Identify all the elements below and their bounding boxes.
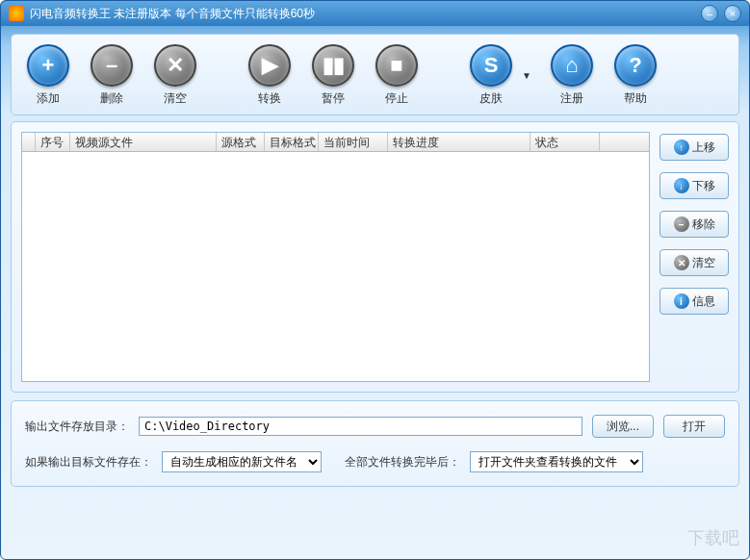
close-button[interactable]: ×	[724, 5, 741, 22]
x-icon: ✕	[674, 255, 689, 270]
minimize-button[interactable]: –	[701, 5, 718, 22]
col-blank[interactable]	[22, 133, 36, 151]
col-tail[interactable]	[600, 133, 649, 151]
move-down-button[interactable]: ↓ 下移	[659, 172, 729, 199]
register-button[interactable]: ⌂ 注册	[549, 44, 595, 107]
plus-icon: +	[27, 44, 69, 87]
output-dir-label: 输出文件存放目录：	[25, 419, 129, 435]
add-button[interactable]: + 添加	[25, 44, 71, 107]
minus-icon: –	[91, 44, 133, 87]
toolbar: + 添加 – 删除 ✕ 清空 ▶ 转换 ▮▮ 暂停 ■ 停止 S 皮肤 ▼	[11, 34, 739, 115]
pause-icon: ▮▮	[312, 44, 354, 87]
move-up-button[interactable]: ↑ 上移	[659, 134, 729, 161]
app-icon	[9, 6, 24, 21]
col-time[interactable]: 当前时间	[319, 133, 388, 151]
output-dir-input[interactable]	[139, 417, 582, 436]
clear-button[interactable]: ✕ 清空	[152, 44, 198, 107]
file-table[interactable]: 序号 视频源文件 源格式 目标格式 当前时间 转换进度 状态	[21, 132, 650, 382]
titlebar-text: 闪电音频转换王 未注册版本 每个音频文件只能转换60秒	[30, 6, 315, 22]
table-header: 序号 视频源文件 源格式 目标格式 当前时间 转换进度 状态	[22, 133, 649, 152]
help-icon: ?	[614, 44, 657, 87]
col-progress[interactable]: 转换进度	[388, 133, 530, 151]
arrow-down-icon: ↓	[674, 178, 689, 193]
exists-label: 如果输出目标文件存在：	[25, 454, 152, 471]
col-dstfmt[interactable]: 目标格式	[265, 133, 319, 151]
titlebar: 闪电音频转换王 未注册版本 每个音频文件只能转换60秒 – ×	[1, 1, 749, 26]
col-status[interactable]: 状态	[530, 133, 600, 151]
home-icon: ⌂	[551, 44, 593, 87]
col-srcfmt[interactable]: 源格式	[217, 133, 265, 151]
app-window: 闪电音频转换王 未注册版本 每个音频文件只能转换60秒 – × + 添加 – 删…	[0, 0, 750, 560]
col-index[interactable]: 序号	[36, 133, 70, 151]
arrow-up-icon: ↑	[674, 140, 689, 155]
remove-button[interactable]: – 删除	[89, 44, 135, 107]
remove-item-button[interactable]: – 移除	[659, 211, 729, 238]
side-buttons: ↑ 上移 ↓ 下移 – 移除 ✕ 清空 i 信息	[659, 132, 729, 382]
after-select[interactable]: 打开文件夹查看转换的文件	[470, 451, 643, 472]
browse-button[interactable]: 浏览...	[592, 415, 654, 438]
main-panel: 序号 视频源文件 源格式 目标格式 当前时间 转换进度 状态 ↑ 上移 ↓ 下移…	[11, 121, 739, 393]
clear-list-button[interactable]: ✕ 清空	[659, 249, 729, 276]
stop-icon: ■	[375, 44, 418, 87]
skin-dropdown-arrow[interactable]: ▼	[522, 70, 531, 81]
minus-icon: –	[674, 216, 689, 232]
open-button[interactable]: 打开	[663, 415, 725, 438]
exists-select[interactable]: 自动生成相应的新文件名	[162, 451, 322, 472]
options-row: 如果输出目标文件存在： 自动生成相应的新文件名 全部文件转换完毕后： 打开文件夹…	[25, 451, 725, 472]
after-label: 全部文件转换完毕后：	[345, 454, 460, 471]
output-dir-row: 输出文件存放目录： 浏览... 打开	[25, 415, 725, 438]
x-icon: ✕	[154, 44, 196, 87]
skin-button[interactable]: S 皮肤	[468, 44, 514, 107]
output-panel: 输出文件存放目录： 浏览... 打开 如果输出目标文件存在： 自动生成相应的新文…	[11, 400, 739, 487]
info-button[interactable]: i 信息	[659, 288, 729, 315]
play-icon: ▶	[248, 44, 291, 87]
watermark: 下载吧	[687, 526, 739, 549]
stop-button[interactable]: ■ 停止	[374, 44, 420, 107]
help-button[interactable]: ? 帮助	[612, 44, 659, 107]
window-controls: – ×	[701, 5, 741, 22]
pause-button[interactable]: ▮▮ 暂停	[310, 44, 356, 107]
table-body[interactable]	[22, 152, 649, 381]
skin-icon: S	[470, 44, 512, 87]
convert-button[interactable]: ▶ 转换	[246, 44, 293, 107]
col-source[interactable]: 视频源文件	[70, 133, 217, 151]
info-icon: i	[674, 293, 689, 309]
